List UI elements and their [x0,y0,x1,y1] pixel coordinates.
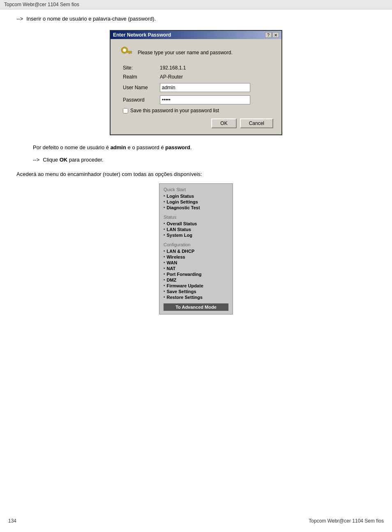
router-menu: Quick Start • Login Status • Login Setti… [159,183,233,315]
dialog-body: Please type your user name and password.… [111,39,281,134]
menu-separator-2 [164,238,228,240]
username-label: User Name [123,85,160,90]
instruction-line-2: --> Clique OK para proceder. [33,157,376,163]
save-password-row: Save this password in your password list [123,108,273,113]
dialog-title: Enter Network Password [113,32,171,38]
menu-section-configuration: Configuration [164,242,228,247]
menu-section-status: Status [164,215,228,220]
menu-item-overall-status[interactable]: • Overall Status [164,221,228,227]
bullet-icon: • [164,221,165,226]
instruction-line-1: --> Inserir o nome de usuário e palavra-… [16,16,376,22]
save-password-checkbox[interactable] [123,108,128,113]
menu-item-lan-dhcp[interactable]: • LAN & DHCP [164,248,228,254]
footer-page-number: 134 [8,518,16,524]
dialog-message: Please type your user name and password. [138,50,233,56]
bullet-icon: • [164,199,165,204]
dialog-container: Enter Network Password ? ✕ [16,30,376,135]
para1-bold1: admin [111,144,126,150]
dialog-buttons-row: OK Cancel [119,118,273,128]
bullet-icon: • [164,272,165,276]
para1-suffix: . [190,144,192,150]
footer: 134 Topcom Webr@cer 1104 Sem fios [0,518,392,524]
bullet-icon: • [164,266,165,271]
bullet-icon: • [164,233,165,237]
instruction-text-1: Inserir o nome de usuário e palavra-chav… [26,16,156,22]
dialog-top-row: Please type your user name and password. [119,45,273,60]
menu-item-port-forwarding[interactable]: • Port Forwarding [164,271,228,277]
realm-row: Realm AP-Router [123,74,273,80]
site-row: Site: 192.168.1.1 [123,65,273,71]
password-row: Password [123,95,273,104]
header-title: Topcom Webr@cer 1104 Sem fios [4,2,79,7]
para1-middle: e o password é [126,144,165,150]
instruction-text-2: Clique OK para proceder. [43,157,103,163]
dialog-titlebar: Enter Network Password ? ✕ [111,31,281,39]
cancel-button[interactable]: Cancel [240,118,273,128]
password-label: Password [123,97,160,103]
main-content: --> Inserir o nome de usuário e palavra-… [0,9,392,323]
dialog-help-button[interactable]: ? [265,32,272,38]
menu-item-wireless[interactable]: • Wireless [164,254,228,260]
menu-item-lan-status[interactable]: • LAN Status [164,227,228,232]
footer-title: Topcom Webr@cer 1104 Sem fios [309,518,384,524]
arrow-1: --> [16,16,23,22]
bullet-icon: • [164,295,165,299]
bullet-icon: • [164,194,165,198]
para1-bold2: password [165,144,190,150]
bullet-icon: • [164,283,165,288]
menu-item-save-settings[interactable]: • Save Settings [164,289,228,294]
username-row: User Name [123,83,273,92]
username-input[interactable] [160,83,250,92]
bullet-icon: • [164,289,165,294]
menu-section-quick-start: Quick Start [164,187,228,192]
svg-rect-4 [129,53,130,54]
bullet-icon: • [164,205,165,210]
bullet-icon: • [164,260,165,265]
dialog-title-buttons: ? ✕ [265,32,279,38]
bullet-icon: • [164,254,165,259]
para1-prefix: Por defeito o nome de usuário é [33,144,111,150]
paragraph-1: Por defeito o nome de usuário é admin e … [33,143,376,152]
to-advanced-mode-button[interactable]: To Advanced Mode [164,303,228,311]
header-bar: Topcom Webr@cer 1104 Sem fios [0,0,392,9]
realm-label: Realm [123,74,160,80]
menu-item-login-settings[interactable]: • Login Settings [164,199,228,205]
realm-value: AP-Router [160,74,183,80]
menu-item-restore-settings[interactable]: • Restore Settings [164,294,228,300]
menu-item-firmware-update[interactable]: • Firmware Update [164,283,228,289]
site-label: Site: [123,65,160,71]
menu-item-diagnostic-test[interactable]: • Diagnostic Test [164,205,228,210]
dialog-fields: Site: 192.168.1.1 Realm AP-Router User N… [123,65,273,104]
dialog-icon [119,45,134,60]
bullet-icon: • [164,227,165,231]
svg-point-1 [123,49,126,52]
svg-rect-3 [130,52,132,53]
menu-item-system-log[interactable]: • System Log [164,232,228,238]
network-password-dialog: Enter Network Password ? ✕ [110,30,282,135]
dialog-close-button[interactable]: ✕ [272,32,279,38]
site-value: 192.168.1.1 [160,65,186,71]
menu-item-login-status[interactable]: • Login Status [164,193,228,199]
bullet-icon: • [164,278,165,282]
ok-button[interactable]: OK [211,118,236,128]
save-password-label: Save this password in your password list [130,108,219,113]
menu-container: Quick Start • Login Status • Login Setti… [16,183,376,315]
intro-menu-text: Acederá ao menu do encaminhador (router)… [16,171,376,177]
menu-item-dmz[interactable]: • DMZ [164,277,228,283]
password-input[interactable] [160,95,250,104]
menu-separator-1 [164,210,228,212]
menu-item-nat[interactable]: • NAT [164,266,228,271]
bullet-icon: • [164,249,165,253]
menu-item-wan[interactable]: • WAN [164,260,228,266]
arrow-2: --> [33,157,39,163]
